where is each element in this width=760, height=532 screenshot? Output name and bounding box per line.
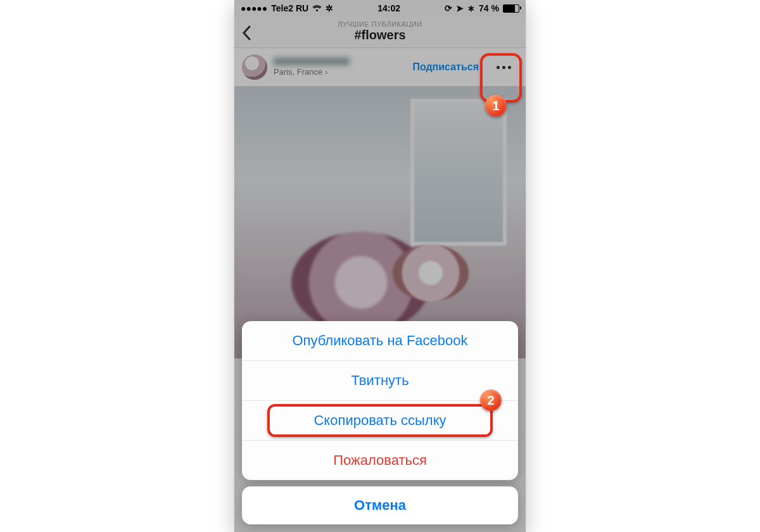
loading-icon: ✲ <box>326 3 333 13</box>
more-options-button[interactable] <box>489 55 518 79</box>
clock-label: 14:02 <box>377 3 400 13</box>
action-sheet-group: Опубликовать на Facebook Твитнуть Скопир… <box>242 321 518 480</box>
sheet-item-copy-link[interactable]: Скопировать ссылку 2 <box>242 400 518 440</box>
sheet-cancel-button[interactable]: Отмена <box>242 486 518 524</box>
sheet-item-tweet[interactable]: Твитнуть <box>242 360 518 400</box>
nav-header: ЛУЧШИЕ ПУБЛИКАЦИИ #flowers <box>234 16 526 48</box>
sheet-item-label: Скопировать ссылку <box>314 412 446 429</box>
username-blurred <box>274 58 350 65</box>
sheet-item-label: Пожаловаться <box>333 452 427 469</box>
bluetooth-icon: ∗ <box>467 3 475 13</box>
battery-pct-label: 74 % <box>479 3 499 13</box>
location-label[interactable]: Paris, France › <box>274 67 406 77</box>
nav-supertitle: ЛУЧШИЕ ПУБЛИКАЦИИ <box>234 20 526 28</box>
post-header: Paris, France › Подписаться <box>234 48 526 86</box>
location-icon: ➤ <box>456 3 464 13</box>
battery-icon <box>503 4 519 13</box>
wifi-icon <box>312 5 322 12</box>
sheet-cancel-label: Отмена <box>354 497 406 514</box>
sheet-item-label: Опубликовать на Facebook <box>292 332 467 349</box>
follow-button[interactable]: Подписаться <box>412 61 479 73</box>
ellipsis-icon <box>497 66 511 69</box>
phone-screen: ●●●●● Tele2 RU ✲ 14:02 ⟳ ➤ ∗ 74 % ЛУЧШИЕ… <box>234 0 526 532</box>
avatar[interactable] <box>242 54 267 80</box>
chevron-left-icon <box>242 25 251 41</box>
back-button[interactable] <box>242 25 251 41</box>
nav-title: #flowers <box>234 28 526 42</box>
sheet-item-share-facebook[interactable]: Опубликовать на Facebook <box>242 321 518 360</box>
sheet-item-report[interactable]: Пожаловаться <box>242 440 518 480</box>
signal-dots-icon: ●●●●● <box>241 3 267 13</box>
post-image[interactable] <box>234 86 526 358</box>
sheet-item-label: Твитнуть <box>351 372 408 389</box>
carrier-label: Tele2 RU <box>271 3 308 13</box>
orientation-lock-icon: ⟳ <box>445 3 452 13</box>
action-sheet: Опубликовать на Facebook Твитнуть Скопир… <box>242 321 518 524</box>
status-bar: ●●●●● Tele2 RU ✲ 14:02 ⟳ ➤ ∗ 74 % <box>234 0 526 16</box>
